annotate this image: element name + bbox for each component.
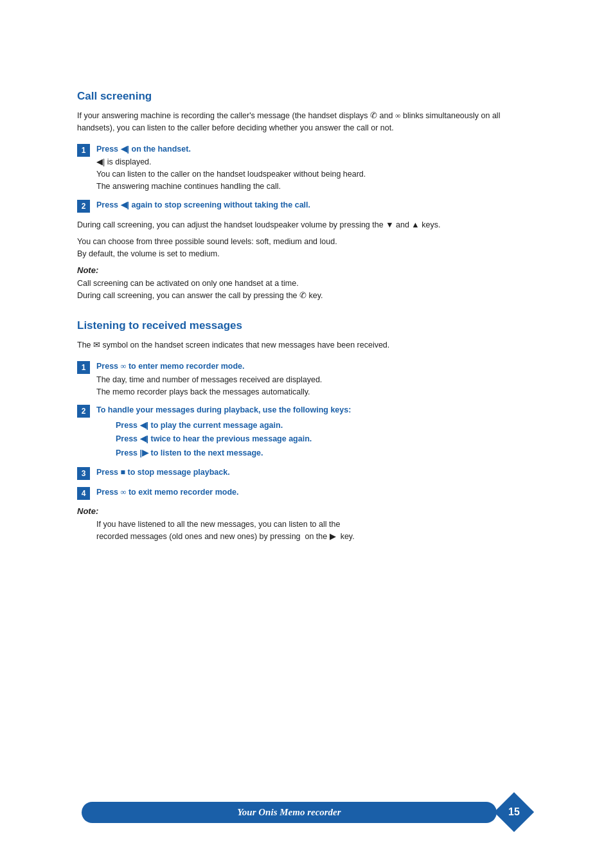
envelope-icon: ✉ <box>93 340 100 350</box>
step-num-1: 1 <box>77 144 90 157</box>
play-icon-note: ▶ <box>330 532 336 541</box>
skip-back-sub1: ◀| <box>140 421 149 430</box>
step-l4-main: Press ∞ to exit memo recorder mode. <box>96 486 536 499</box>
sub-step-3: Press |▶ to listen to the next message. <box>116 447 536 460</box>
sound-levels-info: You can choose from three possible sound… <box>77 236 536 260</box>
listening-note: Note: If you have listened to all the ne… <box>77 506 536 543</box>
listening-section: Listening to received messages The ✉ sym… <box>77 319 536 542</box>
sub-step-1: Press ◀| to play the current message aga… <box>116 419 536 432</box>
step-1-main: Press ◀| on the handset. <box>96 143 536 155</box>
step-2-call-screening: 2 Press ◀| again to stop screening witho… <box>77 199 536 213</box>
phone-icon: ✆ <box>370 111 377 120</box>
arrow-down-icon: ▼ <box>386 220 393 229</box>
footer-background: Your Onis Memo recorder <box>82 802 497 823</box>
content-area: Call screening If your answering machine… <box>0 0 613 612</box>
call-screening-note: Note: Call screening can be activated on… <box>77 265 536 302</box>
page-number: 15 <box>508 806 520 818</box>
step-3-listening: 3 Press ■ to stop message playback. <box>77 466 536 480</box>
footer-text: Your Onis Memo recorder <box>237 807 341 818</box>
ans-icon-1: ∞ <box>121 362 127 371</box>
step-l1-content: Press ∞ to enter memo recorder mode. The… <box>96 360 536 398</box>
ans-icon: ∞ <box>395 111 401 120</box>
sub-steps: Press ◀| to play the current message aga… <box>116 419 536 460</box>
footer: Your Onis Memo recorder 15 <box>0 795 613 829</box>
step-num-l3: 3 <box>77 467 90 480</box>
volume-info: During call screening, you can adjust th… <box>77 219 536 231</box>
step-2-main: Press ◀| again to stop screening without… <box>96 199 536 211</box>
footer-inner: Your Onis Memo recorder 15 <box>82 795 531 829</box>
listening-title: Listening to received messages <box>77 319 536 332</box>
step-num-2: 2 <box>77 200 90 213</box>
note-label-2: Note: <box>77 506 536 516</box>
sub-step-2: Press ◀| twice to hear the previous mess… <box>116 432 536 446</box>
step-l1-main: Press ∞ to enter memo recorder mode. <box>96 360 536 373</box>
call-screening-section: Call screening If your answering machine… <box>77 90 536 301</box>
skip-back-sub2: ◀| <box>140 434 149 443</box>
step-l1-sub: The day, time and number of messages rec… <box>96 374 536 398</box>
page-number-badge: 15 <box>497 795 531 829</box>
call-screening-title: Call screening <box>77 90 536 103</box>
step-l3-content: Press ■ to stop message playback. <box>96 466 536 479</box>
page: Call screening If your answering machine… <box>0 0 613 868</box>
ans-icon-4: ∞ <box>121 488 127 497</box>
skip-back-icon-2: ◀| <box>121 200 130 209</box>
step-1-sub: ◀| is displayed. You can listen to the c… <box>96 156 536 192</box>
step-l2-main: To handle your messages during playback,… <box>96 404 536 416</box>
step-l3-main: Press ■ to stop message playback. <box>96 466 536 479</box>
listening-intro: The ✉ symbol on the handset screen indic… <box>77 339 536 351</box>
call-screening-intro: If your answering machine is recording t… <box>77 109 536 134</box>
step-2-listening: 2 To handle your messages during playbac… <box>77 404 536 460</box>
phone-icon-note: ✆ <box>299 291 306 300</box>
skip-back-icon-1b: ◀| <box>96 157 105 166</box>
step-1-content: Press ◀| on the handset. ◀| is displayed… <box>96 143 536 193</box>
note-text-2: If you have listened to all the new mess… <box>96 518 536 543</box>
skip-fwd-sub3: |▶ <box>140 448 149 457</box>
step-num-l2: 2 <box>77 405 90 418</box>
step-l2-content: To handle your messages during playback,… <box>96 404 536 460</box>
note-text-1: Call screening can be activated on only … <box>77 278 536 302</box>
step-1-listening: 1 Press ∞ to enter memo recorder mode. T… <box>77 360 536 398</box>
skip-back-icon-1: ◀| <box>121 145 130 154</box>
step-num-l4: 4 <box>77 487 90 500</box>
arrow-up-icon: ▲ <box>411 220 419 229</box>
step-4-listening: 4 Press ∞ to exit memo recorder mode. <box>77 486 536 500</box>
step-2-content: Press ◀| again to stop screening without… <box>96 199 536 211</box>
note-label-1: Note: <box>77 265 536 275</box>
step-num-l1: 1 <box>77 361 90 374</box>
step-1-call-screening: 1 Press ◀| on the handset. ◀| is display… <box>77 143 536 193</box>
step-l4-content: Press ∞ to exit memo recorder mode. <box>96 486 536 499</box>
stop-icon: ■ <box>121 468 126 477</box>
